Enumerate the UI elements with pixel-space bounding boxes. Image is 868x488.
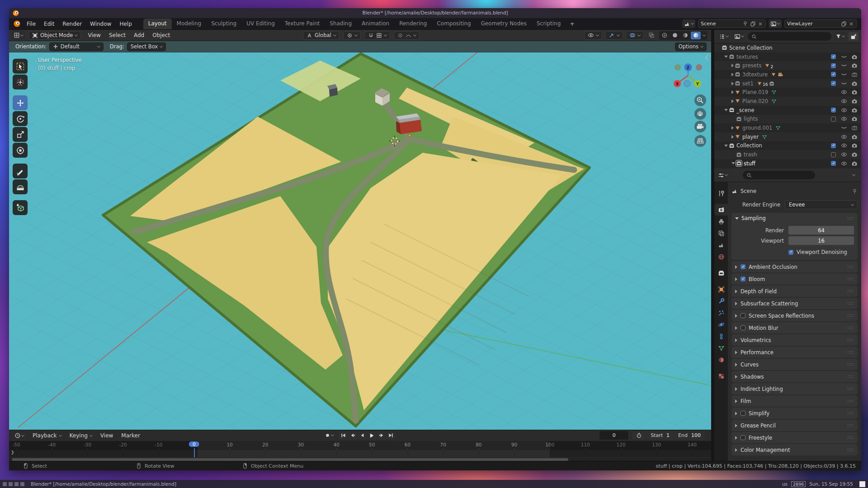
outliner-row-scene[interactable]: _scene — [714, 106, 861, 115]
eye-toggle[interactable] — [839, 89, 849, 95]
menu-help[interactable]: Help — [115, 18, 136, 29]
delete-scene-icon[interactable] — [758, 21, 763, 27]
exclude-checkbox[interactable] — [831, 117, 836, 122]
sampling-panel-header[interactable]: Sampling :::: — [731, 213, 858, 224]
menu-file[interactable]: File — [23, 18, 40, 29]
expander-icon[interactable] — [731, 90, 734, 94]
panel-expand-icon[interactable] — [735, 399, 737, 403]
panel-depth-of-field[interactable]: Depth of Field:::: — [731, 286, 858, 297]
panel-expand-icon[interactable] — [735, 387, 737, 391]
panel-indirect-lighting[interactable]: Indirect Lighting:::: — [731, 383, 858, 394]
check-toggle[interactable] — [828, 71, 839, 78]
taskbar-clock[interactable]: Sun, 15 Sep 19:55 — [809, 481, 853, 487]
panel-expand-icon[interactable] — [735, 375, 737, 379]
cam-toggle[interactable] — [849, 116, 859, 122]
workspace-tab-shading[interactable]: Shading — [325, 19, 357, 29]
shading-rendered-button[interactable] — [691, 32, 701, 39]
timeline-menu-marker[interactable]: Marker — [117, 430, 144, 441]
tab-tool[interactable] — [714, 188, 728, 199]
check-toggle[interactable] — [828, 62, 839, 69]
bloom-checkbox[interactable] — [741, 277, 745, 282]
tab-texture[interactable] — [714, 370, 728, 382]
tab-particles[interactable] — [714, 307, 728, 319]
camx-toggle[interactable] — [849, 125, 859, 131]
workspace-tab-texture-paint[interactable]: Texture Paint — [280, 19, 325, 29]
panel-ambient-occlusion[interactable]: Ambient Occlusion:::: — [731, 261, 858, 272]
viewport-denoising-checkbox[interactable] — [788, 250, 793, 255]
editor-splitter[interactable] — [711, 30, 714, 461]
frame-start-field[interactable]: Start1 — [646, 431, 674, 440]
outliner-row-lights[interactable]: lights — [714, 115, 861, 124]
pin-icon[interactable] — [852, 188, 858, 194]
outliner-search-input[interactable] — [748, 32, 831, 41]
check-toggle[interactable] — [828, 54, 839, 60]
viewport-canvas[interactable]: Z X Y — [9, 52, 711, 430]
move-tool[interactable] — [13, 95, 28, 110]
tab-world[interactable] — [714, 251, 728, 263]
tab-material[interactable] — [714, 354, 728, 366]
outliner-row-set1[interactable]: set116 — [714, 79, 861, 88]
workspace-tab-scripting[interactable]: Scripting — [532, 19, 566, 29]
drag-handle-icon[interactable]: :::: — [847, 265, 854, 269]
eye-toggle[interactable] — [839, 98, 849, 104]
eye-toggle[interactable] — [839, 142, 849, 149]
drag-handle-icon[interactable]: :::: — [847, 399, 854, 403]
panel-color-management[interactable]: Color Management:::: — [731, 444, 858, 455]
eye-toggle[interactable] — [839, 116, 849, 122]
panel-expand-icon[interactable] — [735, 314, 737, 318]
zoom-button[interactable] — [694, 94, 706, 106]
panel-performance[interactable]: Performance:::: — [731, 347, 858, 358]
show-desktop-button[interactable] — [859, 481, 865, 487]
prev-keyframe-button[interactable] — [348, 432, 357, 440]
panel-expand-icon[interactable] — [735, 436, 737, 440]
workspace-tab-sculpting[interactable]: Sculpting — [206, 19, 241, 29]
exclude-checkbox[interactable] — [831, 54, 836, 59]
panel-expand-icon[interactable] — [735, 290, 737, 293]
timeline-editor-type-button[interactable] — [13, 432, 26, 440]
taskbar-badge[interactable]: 2896 — [791, 481, 806, 487]
panel-shadows[interactable]: Shadows:::: — [731, 371, 858, 382]
orthographic-grid-button[interactable] — [694, 135, 706, 147]
sampling-value-render[interactable]: 64 — [788, 226, 854, 235]
outliner-row-plane-019[interactable]: Plane.019 — [714, 88, 861, 97]
rotate-tool[interactable] — [13, 111, 28, 126]
outliner-row-collection[interactable]: Collection — [714, 141, 861, 150]
outliner-row-scene-collection[interactable]: Scene Collection — [714, 43, 861, 52]
ambient-occlusion-checkbox[interactable] — [741, 264, 745, 269]
cam-toggle[interactable] — [849, 134, 859, 140]
next-keyframe-button[interactable] — [377, 432, 386, 440]
check-toggle[interactable] — [828, 160, 839, 167]
tab-view-layer[interactable] — [714, 227, 728, 239]
eyec-toggle[interactable] — [839, 80, 849, 87]
axis-neg-z-ball[interactable] — [684, 80, 690, 87]
workspace-tab-geometry-nodes[interactable]: Geometry Nodes — [476, 19, 532, 29]
timeline-menu-keying[interactable]: Keying — [66, 430, 96, 441]
scene-browse-button[interactable] — [682, 19, 695, 28]
play-reverse-button[interactable] — [358, 432, 367, 440]
select-box-tool[interactable] — [13, 59, 28, 74]
uncheck-toggle[interactable] — [828, 151, 839, 158]
shading-wireframe-button[interactable] — [660, 32, 670, 39]
outliner-filter-button[interactable] — [834, 32, 846, 41]
timeline-menu-playback[interactable]: Playback — [28, 430, 66, 441]
cam-toggle[interactable] — [849, 54, 859, 60]
auto-keying-button[interactable] — [323, 431, 335, 440]
panel-subsurface-scattering[interactable]: Subsurface Scattering:::: — [731, 298, 858, 309]
outliner-row-presets[interactable]: presets2 — [714, 61, 861, 70]
drag-handle-icon[interactable]: :::: — [847, 411, 854, 415]
camera-view-button[interactable] — [694, 121, 706, 132]
timeline-tick-0[interactable]: 0 — [189, 441, 199, 447]
viewport-menu-add[interactable]: Add — [130, 30, 148, 41]
cam-toggle[interactable] — [849, 151, 859, 158]
eyec-toggle[interactable] — [839, 54, 849, 60]
expander-icon[interactable] — [731, 73, 734, 76]
workspace-tab-modeling[interactable]: Modeling — [172, 19, 207, 29]
taskbar-app-icons[interactable] — [3, 482, 24, 486]
expander-icon[interactable] — [731, 126, 734, 130]
tab-object[interactable] — [714, 283, 728, 295]
panel-expand-icon[interactable] — [735, 338, 737, 342]
transform-orientation-dropdown[interactable]: Global — [303, 31, 340, 40]
workspace-tab-animation[interactable]: Animation — [357, 19, 394, 29]
properties-type-button[interactable] — [716, 171, 729, 179]
tool-orientation-dropdown[interactable]: Default — [49, 42, 104, 51]
